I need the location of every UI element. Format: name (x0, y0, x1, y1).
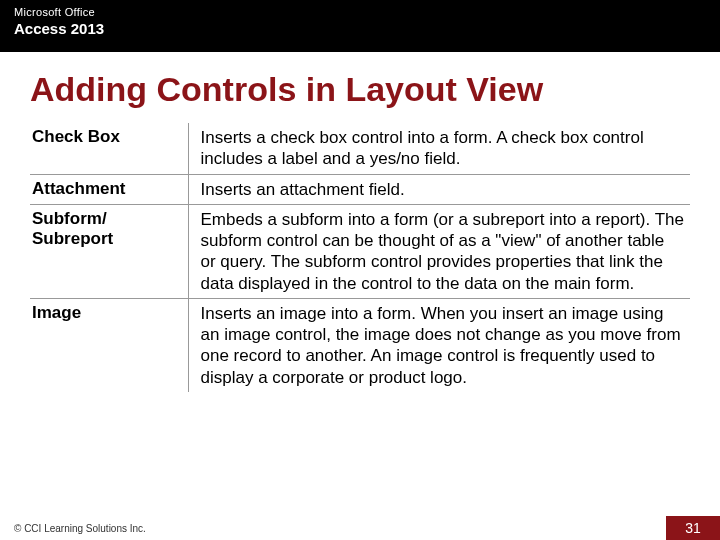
table-row: Check Box Inserts a check box control in… (30, 123, 690, 174)
control-description: Inserts an attachment field. (188, 174, 690, 204)
control-label: Check Box (30, 123, 188, 174)
control-description: Inserts an image into a form. When you i… (188, 298, 690, 392)
table-row: Subform/ Subreport Embeds a subform into… (30, 204, 690, 298)
controls-table: Check Box Inserts a check box control in… (30, 123, 690, 392)
page-title: Adding Controls in Layout View (0, 52, 720, 123)
copyright: © CCI Learning Solutions Inc. (14, 523, 146, 534)
control-description: Embeds a subform into a form (or a subre… (188, 204, 690, 298)
header-product: Microsoft Office (14, 6, 706, 18)
footer: © CCI Learning Solutions Inc. 31 (0, 516, 720, 540)
control-label: Attachment (30, 174, 188, 204)
header-app: Access 2013 (14, 20, 706, 37)
header-bar: Microsoft Office Access 2013 (0, 0, 720, 52)
table-row: Image Inserts an image into a form. When… (30, 298, 690, 392)
control-description: Inserts a check box control into a form.… (188, 123, 690, 174)
control-label: Image (30, 298, 188, 392)
page-number: 31 (666, 516, 720, 540)
control-label: Subform/ Subreport (30, 204, 188, 298)
table-row: Attachment Inserts an attachment field. (30, 174, 690, 204)
